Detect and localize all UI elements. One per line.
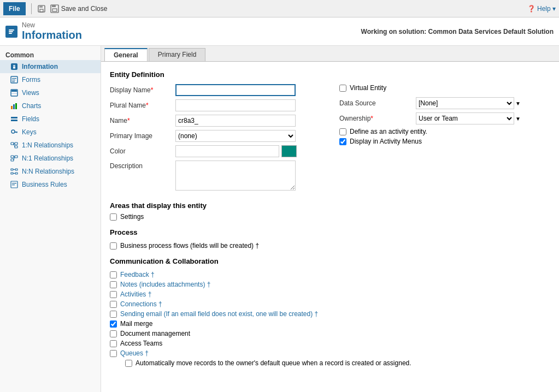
document-management-checkbox[interactable]: [110, 330, 117, 337]
data-source-select[interactable]: [None]: [416, 97, 514, 109]
sidebar-item-n1-relationships[interactable]: N:1 Relationships: [0, 152, 101, 165]
business-process-checkbox[interactable]: [110, 242, 117, 250]
sidebar-item-nn-relationships[interactable]: N:N Relationships: [0, 165, 101, 178]
svg-rect-47: [12, 185, 15, 185]
svg-rect-22: [15, 103, 17, 109]
titlebar: New Information Working on solution: Com…: [0, 17, 559, 46]
color-swatch[interactable]: [281, 145, 297, 157]
queues-checkbox[interactable]: [110, 350, 117, 357]
svg-rect-12: [13, 67, 15, 69]
sidebar: Common Information Forms Views Charts: [0, 46, 101, 392]
activities-row: Activities †: [110, 290, 550, 298]
notes-row: Notes (includes attachments) †: [110, 281, 550, 288]
sidebar-item-forms[interactable]: Forms: [0, 73, 101, 86]
save-icon: [37, 4, 46, 13]
queues-sub-label: Automatically move records to the owner'…: [136, 359, 411, 367]
ownership-label: Ownership*: [339, 115, 416, 122]
svg-rect-20: [11, 106, 13, 109]
svg-rect-8: [9, 31, 13, 32]
tab-general[interactable]: General: [104, 48, 148, 61]
primary-image-row: Primary Image (none): [110, 130, 317, 142]
tab-primary-field[interactable]: Primary Field: [149, 48, 206, 61]
primary-image-select[interactable]: (none): [175, 130, 296, 142]
svg-rect-36: [15, 156, 17, 158]
forms-icon: [10, 75, 19, 84]
tabs: General Primary Field: [101, 46, 559, 62]
sidebar-item-keys-label: Keys: [22, 128, 37, 136]
process-heading: Process: [110, 228, 550, 236]
plural-name-input[interactable]: [175, 99, 296, 111]
help-label: Help: [537, 5, 551, 13]
svg-rect-4: [52, 5, 56, 7]
feedback-checkbox[interactable]: [110, 271, 117, 278]
access-teams-checkbox[interactable]: [110, 340, 117, 347]
virtual-entity-label: Virtual Entity: [350, 84, 386, 92]
topbar: File Save and Close ❓ Help ▾: [0, 0, 559, 17]
sidebar-group-common: Common: [0, 48, 101, 60]
new-label: New: [22, 21, 82, 29]
mail-merge-checkbox[interactable]: [110, 320, 117, 328]
svg-rect-2: [40, 9, 43, 12]
sidebar-item-information[interactable]: Information: [0, 60, 101, 73]
connections-checkbox[interactable]: [110, 301, 117, 308]
communication-heading: Communication & Collaboration: [110, 257, 550, 265]
description-label: Description: [110, 161, 175, 170]
svg-rect-39: [11, 169, 13, 170]
color-text-input[interactable]: [175, 145, 279, 157]
mail-merge-label: Mail merge: [120, 320, 152, 328]
communication-section: Communication & Collaboration Feedback †…: [110, 257, 550, 367]
sidebar-item-business-rules[interactable]: Business Rules: [0, 178, 101, 191]
svg-rect-9: [9, 33, 12, 34]
save-close-label: Save and Close: [61, 5, 108, 13]
svg-rect-31: [15, 146, 17, 148]
svg-rect-46: [12, 183, 16, 183]
svg-rect-27: [16, 132, 17, 133]
sidebar-item-1n-relationships[interactable]: 1:N Relationships: [0, 139, 101, 152]
settings-checkbox[interactable]: [110, 213, 117, 221]
ownership-select[interactable]: User or Team Organization: [416, 112, 514, 124]
sidebar-item-information-label: Information: [22, 63, 58, 70]
data-source-label: Data Source: [339, 99, 416, 107]
plural-name-label: Plural Name*: [110, 102, 175, 109]
sidebar-item-charts[interactable]: Charts: [0, 99, 101, 112]
sending-email-checkbox[interactable]: [110, 311, 117, 318]
display-name-input[interactable]: [175, 84, 296, 96]
save-close-button[interactable]: Save and Close: [50, 4, 108, 13]
name-input[interactable]: [175, 115, 296, 127]
sidebar-item-keys[interactable]: Keys: [0, 126, 101, 139]
svg-rect-23: [11, 117, 17, 118]
display-name-label: Display Name*: [110, 86, 175, 94]
svg-rect-29: [11, 142, 14, 145]
settings-row: Settings: [110, 213, 550, 221]
notes-checkbox[interactable]: [110, 281, 117, 288]
entity-definition-heading: Entity Definition: [110, 70, 550, 79]
svg-rect-7: [9, 29, 14, 31]
define-activity-label: Define as an activity entity.: [350, 128, 427, 135]
help-link[interactable]: ❓ Help ▾: [527, 5, 556, 13]
sidebar-item-fields-label: Fields: [22, 115, 39, 123]
virtual-entity-row: Virtual Entity: [339, 84, 550, 92]
svg-rect-30: [15, 142, 17, 145]
color-input-wrap: [175, 145, 297, 157]
ownership-arrow: ▼: [515, 116, 521, 122]
display-activity-label: Display in Activity Menus: [350, 138, 422, 145]
nn-relationship-icon: [10, 167, 19, 176]
page-title: Information: [22, 29, 82, 41]
save-icon-btn[interactable]: [37, 4, 46, 13]
define-activity-checkbox[interactable]: [339, 128, 346, 135]
display-activity-checkbox[interactable]: [339, 138, 346, 145]
feedback-row: Feedback †: [110, 271, 550, 278]
form-right: Virtual Entity Data Source [None] ▼ Owne…: [339, 84, 550, 194]
save-close-icon: [50, 4, 59, 13]
description-textarea[interactable]: [175, 161, 296, 191]
virtual-entity-checkbox[interactable]: [339, 85, 346, 92]
define-activity-row: Define as an activity entity.: [339, 128, 550, 135]
queues-sub-checkbox[interactable]: [125, 360, 132, 367]
connections-label: Connections †: [120, 300, 162, 308]
sending-email-label: Sending email (If an email field does no…: [120, 310, 318, 318]
sidebar-item-views[interactable]: Views: [0, 86, 101, 99]
file-button[interactable]: File: [3, 2, 26, 15]
sidebar-item-fields[interactable]: Fields: [0, 112, 101, 126]
sidebar-item-business-rules-label: Business Rules: [22, 181, 67, 188]
activities-checkbox[interactable]: [110, 291, 117, 298]
